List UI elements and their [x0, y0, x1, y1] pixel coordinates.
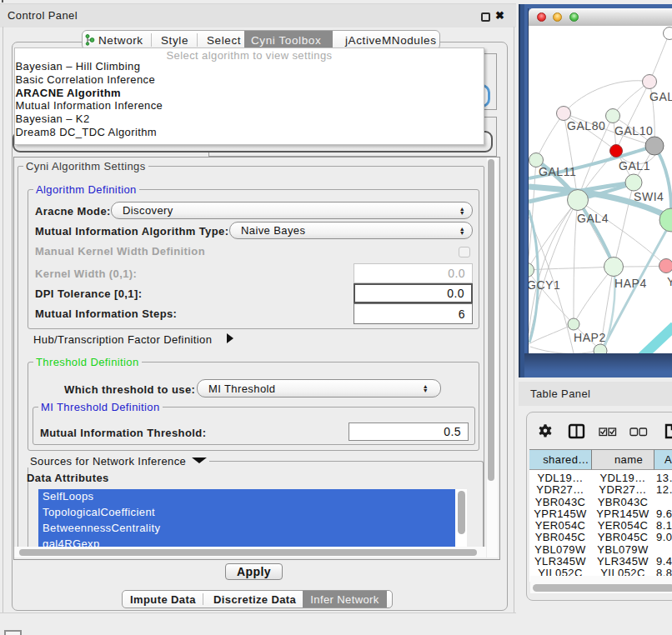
svg-text:SWI4: SWI4	[634, 190, 664, 203]
svg-text:GAL11: GAL11	[539, 165, 576, 178]
svg-text:HAP2: HAP2	[574, 331, 606, 344]
svg-text:Y: Y	[667, 275, 672, 288]
svg-text:GCY1: GCY1	[529, 278, 560, 292]
svg-text:GAL7: GAL7	[649, 90, 672, 103]
svg-text:GAL80: GAL80	[567, 119, 605, 132]
svg-text:HAP4: HAP4	[614, 277, 647, 290]
svg-text:GAL4: GAL4	[577, 212, 609, 225]
svg-text:GAL1: GAL1	[619, 159, 650, 172]
svg-text:GAL10: GAL10	[614, 124, 653, 138]
